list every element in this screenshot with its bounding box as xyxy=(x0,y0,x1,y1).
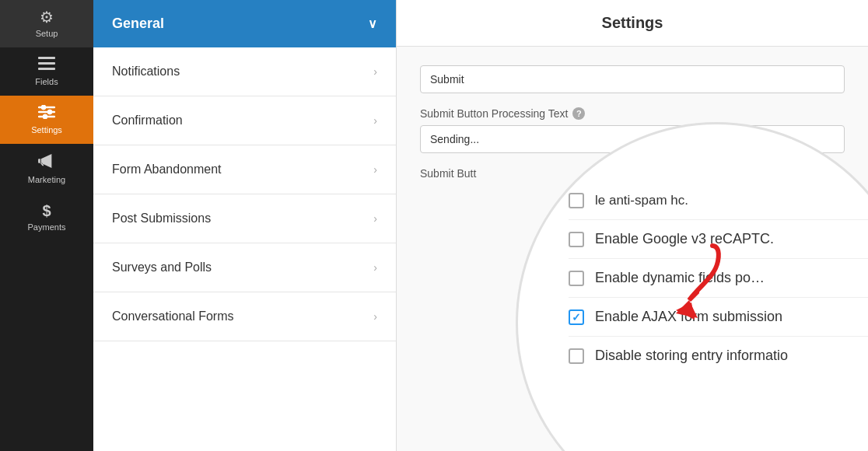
nav-item-notifications-label: Notifications xyxy=(112,65,180,79)
ajax-row: Enable AJAX form submission xyxy=(569,298,868,337)
disable-storing-checkbox[interactable] xyxy=(569,348,584,364)
chevron-right-icon: › xyxy=(373,163,377,176)
dynamic-fields-label: Enable dynamic fields po… xyxy=(595,270,765,286)
nav-item-confirmation[interactable]: Confirmation › xyxy=(93,96,396,145)
disable-storing-label: Disable storing entry informatio xyxy=(595,348,788,364)
sidebar-item-marketing-label: Marketing xyxy=(28,175,65,184)
nav-item-form-abandonment-label: Form Abandonment xyxy=(112,163,222,177)
processing-text-label: Submit Button Processing Text ? xyxy=(420,107,845,120)
sidebar-item-fields[interactable]: Fields xyxy=(0,47,93,96)
chevron-right-icon: › xyxy=(373,261,377,274)
sidebar-item-payments[interactable]: $ Payments xyxy=(0,194,93,241)
help-icon[interactable]: ? xyxy=(572,107,585,120)
anti-spam-text: le anti-spam hc. xyxy=(595,193,688,208)
anti-spam-checkbox[interactable] xyxy=(569,193,584,208)
gear-icon: ⚙ xyxy=(40,9,54,25)
sidebar-item-settings[interactable]: Settings xyxy=(0,96,93,144)
nav-column: General ∨ Notifications › Confirmation ›… xyxy=(93,0,397,451)
settings-sliders-icon xyxy=(38,105,55,121)
chevron-right-icon: › xyxy=(373,114,377,127)
nav-item-confirmation-label: Confirmation xyxy=(112,114,183,128)
dollar-icon: $ xyxy=(42,203,51,219)
svg-rect-1 xyxy=(38,62,55,65)
sidebar-item-settings-label: Settings xyxy=(31,125,62,135)
sidebar-item-setup-label: Setup xyxy=(36,29,58,38)
nav-item-surveys-polls-label: Surveys and Polls xyxy=(112,260,212,274)
svg-point-8 xyxy=(43,114,47,119)
dynamic-fields-row: Enable dynamic fields po… xyxy=(569,259,868,298)
disable-storing-row: Disable storing entry informatio xyxy=(569,337,868,375)
submit-field-group xyxy=(420,65,845,93)
anti-spam-row: le anti-spam hc. xyxy=(569,187,868,220)
main-title: Settings xyxy=(397,0,868,47)
chevron-down-icon: ∨ xyxy=(368,16,377,31)
nav-general-item[interactable]: General ∨ xyxy=(93,0,396,47)
svg-rect-2 xyxy=(38,68,55,70)
recaptcha-checkbox[interactable] xyxy=(569,232,584,247)
nav-item-form-abandonment[interactable]: Form Abandonment › xyxy=(93,145,396,194)
ajax-checkbox[interactable] xyxy=(569,309,584,325)
svg-point-4 xyxy=(41,105,46,110)
chevron-right-icon: › xyxy=(373,310,377,323)
nav-item-conversational-forms[interactable]: Conversational Forms › xyxy=(93,292,396,341)
chevron-right-icon: › xyxy=(373,212,377,225)
main-content: Settings Submit Button Processing Text ?… xyxy=(397,0,868,451)
nav-item-notifications[interactable]: Notifications › xyxy=(93,47,396,96)
nav-item-post-submissions-label: Post Submissions xyxy=(112,212,211,226)
nav-item-conversational-forms-label: Conversational Forms xyxy=(112,309,234,323)
recaptcha-row: Enable Google v3 reCAPTC. xyxy=(569,220,868,259)
svg-rect-0 xyxy=(38,57,55,59)
sidebar-item-marketing[interactable]: Marketing xyxy=(0,144,93,194)
ajax-label: Enable AJAX form submission xyxy=(595,309,782,325)
sidebar-item-fields-label: Fields xyxy=(35,77,58,86)
sidebar-item-setup[interactable]: ⚙ Setup xyxy=(0,0,93,47)
sidebar-item-payments-label: Payments xyxy=(28,222,66,232)
fields-icon xyxy=(38,57,55,73)
recaptcha-label: Enable Google v3 reCAPTC. xyxy=(595,231,774,247)
nav-item-post-submissions[interactable]: Post Submissions › xyxy=(93,194,396,243)
dynamic-fields-checkbox[interactable] xyxy=(569,271,584,286)
nav-general-label: General xyxy=(112,16,164,32)
nav-item-surveys-polls[interactable]: Surveys and Polls › xyxy=(93,243,396,292)
svg-point-6 xyxy=(47,110,52,114)
sidebar: ⚙ Setup Fields Settings xyxy=(0,0,93,451)
chevron-right-icon: › xyxy=(373,65,377,78)
submit-button-text-input[interactable] xyxy=(420,65,845,93)
marketing-icon xyxy=(38,153,55,171)
